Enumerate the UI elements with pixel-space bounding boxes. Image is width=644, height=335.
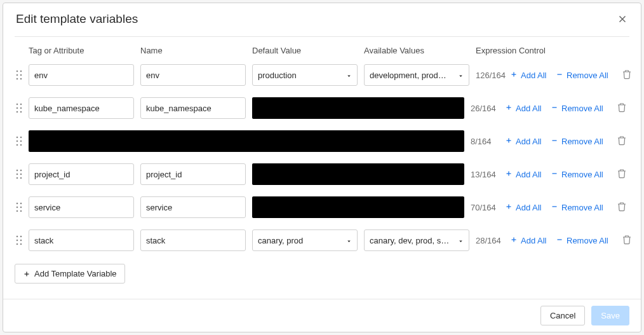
name-input[interactable] [140, 163, 246, 185]
redacted-block [252, 196, 464, 218]
svg-point-10 [20, 107, 22, 109]
svg-point-5 [20, 78, 22, 80]
available-values-dropdown[interactable]: canary, dev, prod, s… [364, 229, 469, 251]
svg-point-32 [20, 210, 22, 212]
add-all-label: Add All [516, 104, 541, 113]
svg-point-17 [20, 140, 22, 142]
tag-attribute-value[interactable] [34, 104, 141, 113]
expression-count: 28/164 [476, 236, 510, 245]
add-all-button[interactable]: Add All [505, 170, 541, 179]
header-name: Name [140, 46, 246, 55]
drag-handle-icon[interactable] [15, 233, 23, 247]
add-all-button[interactable]: Add All [505, 137, 541, 146]
svg-point-4 [17, 78, 18, 80]
expression-count: 126/164 [476, 71, 510, 80]
svg-point-29 [17, 207, 18, 209]
add-all-label: Add All [516, 170, 541, 179]
remove-all-button[interactable]: Remove All [551, 137, 603, 146]
add-all-label: Add All [516, 137, 541, 146]
drag-handle-icon[interactable] [15, 200, 23, 214]
svg-point-34 [17, 236, 18, 238]
minus-icon [556, 71, 563, 80]
available-values-text: canary, dev, prod, s… [370, 236, 449, 245]
trash-icon[interactable] [622, 72, 632, 81]
trash-icon[interactable] [617, 138, 627, 147]
svg-point-22 [17, 174, 18, 175]
default-value-dropdown[interactable]: production [252, 64, 358, 86]
remove-all-label: Remove All [561, 170, 603, 179]
tag-attribute-input[interactable] [29, 64, 134, 86]
redacted-block [252, 97, 464, 119]
svg-point-15 [20, 137, 22, 139]
default-value-dropdown[interactable]: canary, prod [252, 229, 358, 251]
tag-attribute-input[interactable] [29, 229, 134, 251]
svg-point-18 [17, 144, 18, 146]
svg-point-37 [20, 240, 22, 242]
cancel-button[interactable]: Cancel [540, 306, 585, 325]
drag-handle-icon[interactable] [15, 167, 23, 181]
remove-all-label: Remove All [561, 137, 603, 146]
svg-point-35 [20, 236, 22, 238]
add-template-variable-button[interactable]: Add Template Variable [15, 264, 125, 284]
redacted-block [252, 163, 464, 185]
trash-icon[interactable] [622, 237, 632, 247]
variable-row: 8/164Add AllRemove All [15, 129, 629, 153]
remove-all-label: Remove All [567, 236, 608, 245]
trash-icon[interactable] [617, 171, 627, 181]
drag-handle-icon[interactable] [15, 134, 23, 148]
trash-icon[interactable] [617, 204, 627, 214]
chevron-down-icon[interactable] [345, 72, 352, 78]
chevron-down-icon[interactable] [457, 237, 464, 243]
tag-attribute-input[interactable] [29, 97, 134, 119]
tag-attribute-input[interactable] [29, 196, 134, 218]
save-button[interactable]: Save [591, 306, 629, 325]
add-all-button[interactable]: Add All [510, 236, 546, 245]
add-all-button[interactable]: Add All [510, 71, 546, 80]
close-icon[interactable] [617, 13, 628, 25]
chevron-down-icon[interactable] [457, 72, 464, 78]
add-all-button[interactable]: Add All [505, 203, 541, 212]
modal-title: Edit template variables [16, 12, 138, 26]
modal-footer: Cancel Save [3, 299, 641, 332]
svg-point-3 [20, 74, 22, 76]
svg-point-39 [20, 243, 22, 245]
default-value-text: production [258, 71, 297, 80]
trash-icon[interactable] [617, 105, 627, 114]
plus-icon [510, 71, 518, 80]
tag-attribute-input[interactable] [29, 163, 134, 185]
drag-handle-icon[interactable] [15, 101, 23, 115]
remove-all-button[interactable]: Remove All [556, 71, 608, 80]
redacted-block [29, 130, 464, 152]
name-input[interactable] [140, 196, 246, 218]
tag-attribute-value[interactable] [34, 203, 141, 212]
name-input[interactable] [140, 64, 246, 86]
tag-attribute-value[interactable] [34, 236, 141, 245]
drag-handle-icon[interactable] [15, 68, 23, 82]
column-headers: Tag or Attribute Name Default Value Avai… [15, 46, 629, 55]
svg-point-36 [17, 240, 18, 242]
tag-attribute-value[interactable] [34, 71, 141, 80]
available-values-dropdown[interactable]: development, prod… [364, 64, 469, 86]
svg-point-19 [20, 144, 22, 146]
minus-icon [551, 137, 558, 146]
header-tag: Tag or Attribute [29, 46, 134, 55]
remove-all-button[interactable]: Remove All [551, 170, 603, 179]
svg-point-7 [17, 104, 18, 106]
remove-all-button[interactable]: Remove All [551, 104, 603, 113]
svg-point-21 [20, 170, 22, 172]
remove-all-button[interactable]: Remove All [556, 236, 608, 245]
svg-point-1 [20, 71, 22, 72]
variable-row: canary, prodcanary, dev, prod, s…28/164A… [15, 228, 629, 252]
header-available: Available Values [364, 46, 469, 55]
remove-all-button[interactable]: Remove All [551, 203, 603, 212]
svg-point-11 [17, 111, 18, 113]
remove-all-label: Remove All [561, 104, 603, 113]
tag-attribute-value[interactable] [34, 170, 141, 179]
plus-icon [510, 236, 518, 245]
name-input[interactable] [140, 97, 246, 119]
add-all-label: Add All [521, 236, 546, 245]
chevron-down-icon[interactable] [345, 237, 352, 243]
add-all-button[interactable]: Add All [505, 104, 541, 113]
name-input[interactable] [140, 229, 246, 251]
expression-count: 26/164 [471, 104, 505, 113]
